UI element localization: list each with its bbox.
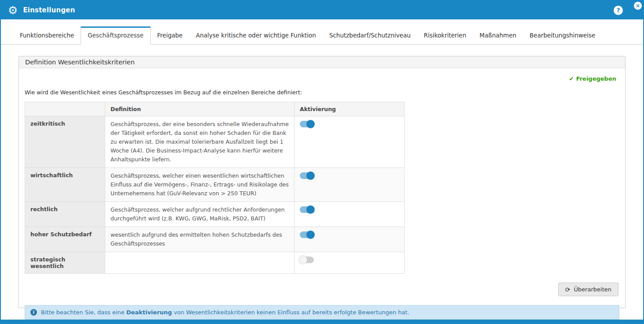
criterion-definition: wesentlich aufgrund des ermittelten hohe… (105, 227, 294, 252)
table-row-strategisch-wesentlich: strategisch wesentlich (25, 252, 405, 274)
criterion-label: rechtlich (25, 202, 105, 227)
intro-text: Wie wird die Wesentlichkeit eines Geschä… (25, 89, 625, 96)
criterion-definition: Geschäftsprozess, welcher einen wesentli… (105, 168, 294, 202)
tab-risikokriterien[interactable]: Risikokriterien (417, 26, 473, 44)
footer-strip (1, 320, 643, 323)
help-icon[interactable]: ? (614, 6, 623, 15)
tab-funktionsbereiche[interactable]: Funktionsbereiche (13, 26, 81, 44)
criterion-activation-cell (294, 116, 405, 168)
info-text: Bitte beachten Sie, dass eine Deaktivier… (41, 309, 409, 316)
refresh-icon: ⟳ (565, 287, 570, 293)
activation-toggle[interactable] (300, 257, 314, 263)
info-text-suffix: von Wesentlichkeitskriterien keinen Einf… (172, 309, 409, 316)
info-icon: i (30, 309, 37, 316)
criterion-activation-cell (294, 168, 405, 202)
table-row-hoher-schutzbedarf: hoher Schutzbedarf wesentlich aufgrund d… (25, 227, 405, 252)
header-definition: Definition (105, 102, 294, 116)
tab-schutzbedarf-schutzniveau[interactable]: Schutzbedarf/Schutzniveau (323, 26, 417, 44)
tab-geschaeftsprozesse[interactable]: Geschäftsprozesse (81, 26, 151, 45)
criterion-definition (105, 252, 294, 274)
table-row-wirtschaftlich: wirtschaftlich Geschäftsprozess, welcher… (25, 168, 405, 202)
table-header-row: Definition Aktivierung (25, 102, 405, 116)
header-empty (25, 102, 105, 116)
gear-icon: ⚙ (8, 5, 18, 16)
window-title: Einstellungen (23, 6, 75, 14)
tab-freigabe[interactable]: Freigabe (151, 26, 189, 44)
info-text-prefix: Bitte beachten Sie, dass eine (41, 309, 126, 316)
settings-window: ⚙ Einstellungen ? × Funktionsbereiche Ge… (0, 0, 644, 324)
criterion-label: strategisch wesentlich (25, 252, 105, 274)
ueberarbeiten-label: Überarbeiten (574, 286, 611, 293)
criterion-definition: Geschäftsprozess, welcher aufgrund recht… (105, 202, 294, 227)
criterion-activation-cell (294, 202, 405, 227)
check-icon: ✔ (569, 75, 574, 82)
criteria-table: Definition Aktivierung zeitkritisch Gesc… (25, 102, 405, 274)
activation-toggle[interactable] (300, 206, 314, 213)
panel-title: Definition Wesentlichkeitskriterien (19, 56, 625, 68)
status-line: ✔Freigegeben (19, 68, 625, 82)
criterion-activation-cell (294, 227, 405, 252)
header-aktivierung: Aktivierung (294, 102, 405, 116)
tab-bearbeitungshinweise[interactable]: Bearbeitungshinweise (523, 26, 602, 44)
table-row-zeitkritisch: zeitkritisch Geschäftsprozess, der eine … (25, 116, 405, 168)
tab-massnahmen[interactable]: Maßnahmen (473, 26, 523, 44)
status-badge: Freigegeben (576, 75, 616, 82)
info-text-bold: Deaktivierung (126, 309, 172, 316)
activation-toggle[interactable] (300, 231, 314, 238)
tab-bar: Funktionsbereiche Geschäftsprozesse Frei… (1, 26, 643, 45)
info-bar: i Bitte beachten Sie, dass eine Deaktivi… (25, 305, 619, 320)
button-row: ⟳ Überarbeiten (19, 274, 625, 296)
content-area: Definition Wesentlichkeitskriterien ✔Fre… (1, 45, 643, 320)
criterion-label: wirtschaftlich (25, 168, 105, 202)
tab-analyse-kritische-funktion[interactable]: Analyse kritische oder wichtige Funktion (189, 26, 323, 44)
criterion-definition: Geschäftsprozess, der eine besonders sch… (105, 116, 294, 168)
table-row-rechtlich: rechtlich Geschäftsprozess, welcher aufg… (25, 202, 405, 227)
activation-toggle[interactable] (300, 172, 314, 179)
wesentlichkeitskriterien-panel: Definition Wesentlichkeitskriterien ✔Fre… (18, 56, 626, 308)
ueberarbeiten-button[interactable]: ⟳ Überarbeiten (558, 283, 618, 296)
criterion-activation-cell (294, 252, 405, 274)
criterion-label: hoher Schutzbedarf (25, 227, 105, 252)
close-icon[interactable]: × (633, 1, 642, 10)
criterion-label: zeitkritisch (25, 116, 105, 168)
titlebar: ⚙ Einstellungen ? (1, 1, 643, 19)
activation-toggle[interactable] (300, 121, 314, 127)
